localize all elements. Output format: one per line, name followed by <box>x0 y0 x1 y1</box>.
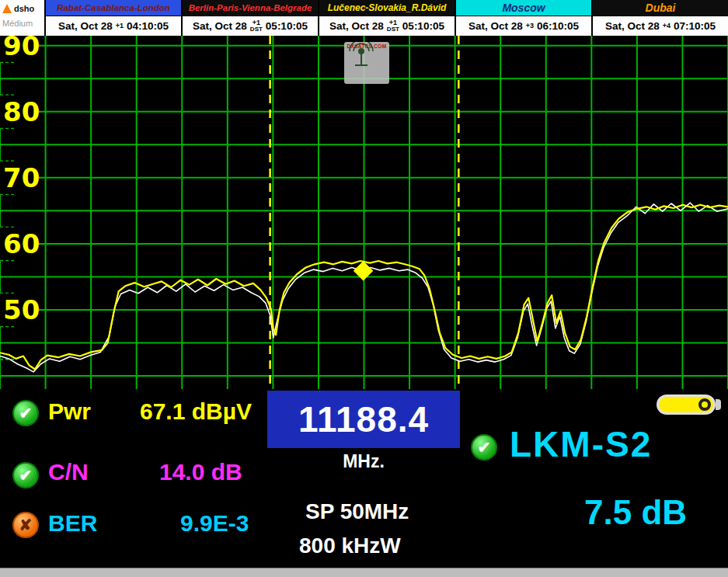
clock-timezone: +1 DST <box>250 19 263 33</box>
cn-label: C/N <box>48 459 89 485</box>
window-title: dsho <box>14 4 34 13</box>
bandwidth-readout: 800 kHzW <box>299 534 401 558</box>
clock-timezone: +3 <box>526 23 534 30</box>
clock-datetime: Sat, Oct 28 +1 DST 05:10:05 <box>319 16 455 36</box>
satellite-antenna-icon <box>344 42 378 68</box>
clock-city-label: Berlin-Paris-Vienna-Belgrade <box>183 0 318 16</box>
clock-date: Sat, Oct 28 <box>605 20 660 32</box>
cn-value: 14.0 dB <box>159 459 242 485</box>
battery-tip <box>716 399 721 410</box>
lock-ok-icon: ✔ <box>471 434 497 461</box>
clock-dst-flag: DST <box>250 26 263 33</box>
pwr-label: Pwr <box>48 398 91 425</box>
svg-text:90: 90 <box>3 36 40 61</box>
menu-item-medium[interactable]: Médium <box>2 19 44 28</box>
clock-timezone: +4 <box>663 23 671 30</box>
frequency-display: 11188.4 <box>267 391 460 448</box>
clock-utc-offset: +4 <box>663 23 671 30</box>
clock-time: 05:10:05 <box>402 20 444 32</box>
ber-label: BER <box>48 510 97 537</box>
clock-city-label: Moscow <box>456 0 591 16</box>
clock-berlin-paris-vienna-belgrade: Berlin-Paris-Vienna-Belgrade Sat, Oct 28… <box>181 0 318 36</box>
clock-lucenec-slovakia: Lučenec-Slovakia_R.Dávid Sat, Oct 28 +1 … <box>318 0 455 36</box>
dxsatcs-watermark: DXSATCS.COM <box>344 42 389 84</box>
clock-utc-offset: +1 <box>116 23 124 30</box>
clock-time: 06:10:05 <box>537 20 579 32</box>
clock-city-label: Lučenec-Slovakia_R.Dávid <box>319 0 455 16</box>
clock-datetime: Sat, Oct 28 +1 DST 05:10:05 <box>183 16 318 36</box>
clock-city-label: Rabat-Casablanca-London <box>46 0 181 16</box>
svg-text:60: 60 <box>3 228 40 259</box>
clock-date: Sat, Oct 28 <box>468 20 523 32</box>
ber-value: 9.9E-3 <box>180 510 249 537</box>
clock-time: 05:10:05 <box>266 20 308 32</box>
spectrum-display: 9080706050 DXSATCS.COM <box>0 36 728 389</box>
pwr-value: 67.1 dBµV <box>140 398 252 425</box>
clock-datetime: Sat, Oct 28 +4 07:10:05 <box>593 16 728 36</box>
vlc-cone-icon <box>2 4 12 13</box>
span-readout: SP 50MHz <box>305 499 409 524</box>
clock-datetime: Sat, Oct 28 +3 06:10:05 <box>456 16 591 36</box>
clock-dubai: Dubai Sat, Oct 28 +4 07:10:05 <box>591 0 728 36</box>
clock-moscow: Moscow Sat, Oct 28 +3 06:10:05 <box>455 0 591 36</box>
clock-date: Sat, Oct 28 <box>329 20 384 32</box>
link-margin-value: 7.5 dB <box>584 493 687 532</box>
clock-datetime: Sat, Oct 28 +1 04:10:05 <box>46 16 181 36</box>
cn-ok-icon: ✔ <box>12 462 39 488</box>
battery-icon <box>657 395 721 415</box>
spectrum-chart: 9080706050 <box>0 36 728 389</box>
clock-city-label: Dubai <box>593 0 728 16</box>
frequency-unit: MHz. <box>267 451 460 472</box>
clock-timezone: +1 DST <box>387 19 399 33</box>
battery-body <box>657 395 716 415</box>
measurement-panel: ✔ Pwr 67.1 dBµV 11188.4 MHz. ✔ LKM-S2 ✔ … <box>0 389 728 568</box>
svg-text:70: 70 <box>3 162 40 193</box>
clock-time: 07:10:05 <box>674 20 716 32</box>
frequency-value: 11188.4 <box>298 398 429 440</box>
bottom-bar <box>0 568 728 577</box>
world-clock-bar: dsho Médium Rabat-Casablanca-London Sat,… <box>0 0 728 36</box>
vlc-title-row: dsho <box>2 2 44 16</box>
svg-text:50: 50 <box>3 294 40 325</box>
clock-date: Sat, Oct 28 <box>193 20 247 32</box>
svg-text:80: 80 <box>3 96 40 127</box>
standard-value: LKM-S2 <box>510 423 652 465</box>
clock-time: 04:10:05 <box>127 20 169 32</box>
satellite-meter-screen: dsho Médium Rabat-Casablanca-London Sat,… <box>0 0 728 577</box>
clock-utc-offset: +3 <box>526 23 534 30</box>
clock-date: Sat, Oct 28 <box>58 20 113 32</box>
clock-timezone: +1 <box>116 23 124 30</box>
clock-dst-flag: DST <box>387 26 399 33</box>
ber-fail-icon: ✘ <box>12 512 39 538</box>
clock-rabat-casablanca-london: Rabat-Casablanca-London Sat, Oct 28 +1 0… <box>44 0 181 36</box>
battery-charge-dot <box>698 398 711 411</box>
vlc-title-area: dsho Médium <box>0 0 44 36</box>
pwr-ok-icon: ✔ <box>12 400 39 426</box>
